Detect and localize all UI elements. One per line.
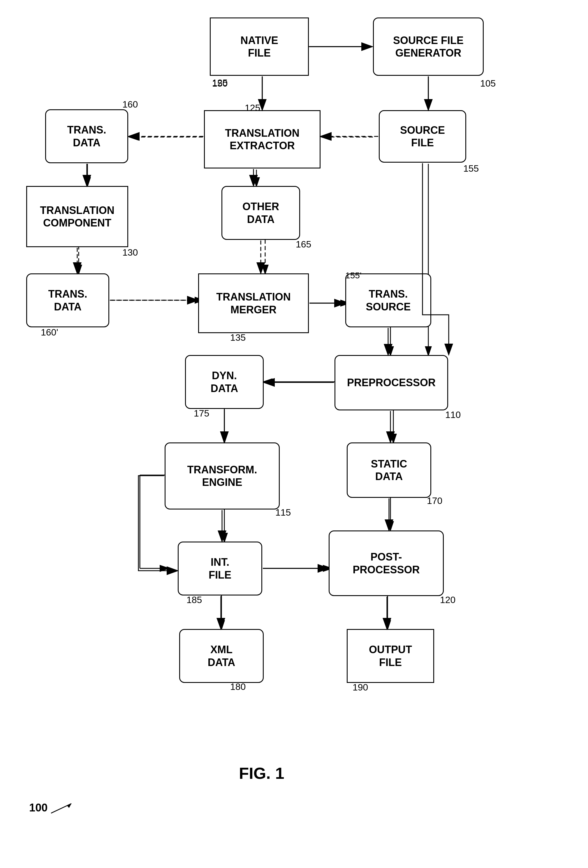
preprocessor-label: PREPROCESSOR [347,376,436,389]
trans-component-label: TRANSLATIONCOMPONENT [40,204,114,229]
xml-data-box: XMLDATA [179,629,264,683]
ref-160p: 160' [41,327,58,338]
ref-130: 130 [122,247,138,258]
trans-data-2-box: TRANS.DATA [26,273,109,327]
ref-105: 105 [480,78,496,89]
ref-135: 135 [230,332,246,343]
ref-115: 115 [276,507,291,518]
int-file-box: INT.FILE [178,542,262,595]
trans-data-2-label: TRANS.DATA [49,288,87,313]
ref-100-label: 100 [29,802,47,814]
trans-component-box: TRANSLATIONCOMPONENT [26,186,128,247]
ref-120: 120 [440,595,455,605]
trans-data-1-label: TRANS.DATA [67,124,106,149]
fig-ref-100: 100 [29,802,74,814]
other-data-label: OTHERDATA [242,200,279,225]
ref-185: 185 [187,595,202,605]
ref-160: 160 [122,99,138,110]
fig-label: FIG. 1 [239,764,284,782]
trans-extractor-label: TRANSLATIONEXTRACTOR [225,127,299,152]
other-data-box: OTHERDATA [221,186,300,240]
static-data-box: STATICDATA [347,443,431,498]
xml-data-label: XMLDATA [208,643,236,668]
output-file-label: OUTPUTFILE [369,643,412,668]
trans-merger-box: TRANSLATIONMERGER [198,273,309,333]
static-data-label: STATICDATA [371,458,407,483]
ref-125-label: 125 [245,103,260,114]
ref-100-arrow [51,802,74,814]
postprocessor-box: POST-PROCESSOR [329,530,444,596]
ref-155: 155 [463,163,479,174]
int-file-label: INT.FILE [209,556,231,581]
transform-engine-box: TRANSFORM.ENGINE [165,443,280,509]
trans-merger-label: TRANSLATIONMERGER [216,291,290,316]
source-file-gen-label: SOURCE FILEGENERATOR [393,34,464,59]
ref-170: 170 [427,496,442,506]
dyn-data-label: DYN.DATA [211,369,238,394]
ref-110: 110 [445,409,461,420]
source-file-box: SOURCEFILE [379,110,466,162]
ref-180: 180 [230,682,246,692]
ref-155p: 155' [345,270,362,280]
trans-source-box: TRANS.SOURCE [345,273,431,327]
preprocessor-box: PREPROCESSOR [335,355,448,410]
trans-extractor-box: TRANSLATIONEXTRACTOR [204,110,321,168]
output-file-box: OUTPUTFILE [347,629,434,683]
native-file-box: NATIVEFILE [210,18,309,76]
ref-125: 125 [212,78,228,88]
native-file-label: NATIVEFILE [240,34,278,59]
source-file-label: SOURCEFILE [400,124,445,149]
trans-source-label: TRANS.SOURCE [365,288,411,313]
postprocessor-label: POST-PROCESSOR [352,551,420,576]
transform-engine-label: TRANSFORM.ENGINE [187,464,257,489]
ref-190: 190 [352,682,368,693]
dyn-data-box: DYN.DATA [185,355,264,409]
ref-175: 175 [194,408,209,419]
ref-165: 165 [296,239,311,250]
trans-data-1-box: TRANS.DATA [45,109,128,163]
source-file-gen-box: SOURCE FILEGENERATOR [373,18,484,76]
diagram: NATIVEFILE 150 SOURCE FILEGENERATOR 105 … [0,0,588,868]
